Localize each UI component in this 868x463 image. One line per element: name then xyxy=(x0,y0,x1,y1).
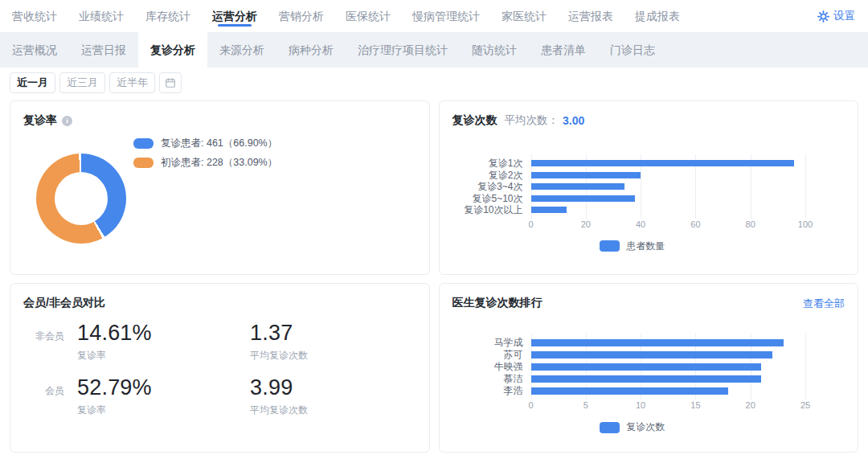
bar xyxy=(531,172,641,178)
stat-label: 复诊率 xyxy=(77,404,152,417)
card-doctor-rank: 医生复诊次数排行 查看全部 马学成苏可牛映强慕洁李浩0510152025复诊次数 xyxy=(439,283,859,453)
main-tab[interactable]: 营销分析 xyxy=(279,0,324,32)
range-button[interactable]: 近半年 xyxy=(109,72,155,93)
sub-tab[interactable]: 患者清单 xyxy=(529,32,598,68)
sub-tab[interactable]: 随访统计 xyxy=(460,32,529,68)
sub-tab[interactable]: 病种分析 xyxy=(276,32,346,68)
legend-label: 复诊患者: 461（66.90%） xyxy=(161,137,277,150)
legend-item[interactable]: 初诊患者: 228（33.09%） xyxy=(133,157,277,168)
stat-revisit-rate: 14.61% 复诊率 xyxy=(77,321,152,363)
x-axis-tick-label: 100 xyxy=(798,219,813,229)
bar-category-label: 李浩 xyxy=(452,385,523,397)
legend-swatch xyxy=(600,240,620,252)
bar-category-label: 复诊5~10次 xyxy=(452,193,523,205)
bar-category-label: 复诊10次以上 xyxy=(452,204,523,216)
stat-value: 14.61% xyxy=(77,321,152,346)
sub-tab[interactable]: 来源分析 xyxy=(207,32,276,68)
bar-category-label: 复诊3~4次 xyxy=(452,181,523,193)
bar xyxy=(531,375,762,383)
x-axis-tick-label: 15 xyxy=(690,400,700,410)
chart-legend[interactable]: 复诊次数 xyxy=(452,420,813,434)
card-header: 会员/非会员对比 xyxy=(10,284,429,310)
main-tab[interactable]: 家医统计 xyxy=(502,0,547,32)
main-tab[interactable]: 运营分析 xyxy=(212,0,257,32)
main-tab[interactable]: 医保统计 xyxy=(346,0,391,32)
revisit-rate-donut-chart xyxy=(36,154,126,244)
main-tab[interactable]: 库存统计 xyxy=(145,0,190,32)
bar-category-label: 牛映强 xyxy=(452,361,523,373)
legend-label: 复诊次数 xyxy=(626,420,665,434)
bar xyxy=(531,339,784,346)
donut-ring xyxy=(36,154,126,244)
sub-tab[interactable]: 运营概况 xyxy=(0,32,69,68)
range-button[interactable]: 近三月 xyxy=(59,72,105,93)
x-axis-tick-label: 20 xyxy=(581,219,591,229)
x-axis-tick-label: 40 xyxy=(636,219,645,229)
legend-label: 初诊患者: 228（33.09%） xyxy=(161,156,277,170)
sub-tab[interactable]: 门诊日志 xyxy=(598,32,667,68)
settings-label: 设置 xyxy=(833,9,855,23)
stat-value: 1.37 xyxy=(250,321,308,346)
top-navigation: 营收统计业绩统计库存统计运营分析营销分析医保统计慢病管理统计家医统计运营报表提成… xyxy=(0,0,868,32)
sub-tab[interactable]: 复诊分析 xyxy=(138,32,207,68)
bar-category-label: 苏可 xyxy=(452,349,523,361)
x-axis-tick-label: 5 xyxy=(583,400,588,410)
card-title: 医生复诊次数排行 xyxy=(452,296,542,310)
main-tab-list: 营收统计业绩统计库存统计运营分析营销分析医保统计慢病管理统计家医统计运营报表提成… xyxy=(12,0,680,32)
main-tab[interactable]: 营收统计 xyxy=(12,0,57,32)
chart-legend[interactable]: 患者数量 xyxy=(452,240,813,253)
stat-value: 3.99 xyxy=(250,375,308,400)
revisit-count-bar-chart: 复诊1次复诊2次复诊3~4次复诊5~10次复诊10次以上020406080100… xyxy=(452,158,845,253)
card-title: 会员/非会员对比 xyxy=(23,296,105,310)
date-range-filter: 近一月近三月近半年 xyxy=(0,68,868,95)
average-count-label: 平均次数： xyxy=(505,113,559,128)
stat-average-visits: 1.37 平均复诊次数 xyxy=(250,321,308,363)
bar xyxy=(531,160,795,166)
stat-value: 52.79% xyxy=(77,375,152,400)
legend-label: 患者数量 xyxy=(626,240,665,253)
bar xyxy=(531,207,567,213)
gear-icon xyxy=(817,10,829,23)
dashboard-grid: 复诊率 i 复诊患者: 461（66.90%） 初诊患者: 228（33.09%… xyxy=(0,95,868,453)
legend-swatch xyxy=(600,422,620,433)
main-tab[interactable]: 运营报表 xyxy=(568,0,613,32)
bar-category-label: 慕洁 xyxy=(452,373,523,385)
settings-button[interactable]: 设置 xyxy=(817,9,855,23)
x-axis-tick-label: 25 xyxy=(800,400,810,410)
stat-label: 复诊率 xyxy=(77,349,152,363)
info-icon[interactable]: i xyxy=(62,116,72,126)
sub-tab[interactable]: 治疗理疗项目统计 xyxy=(346,32,460,68)
bar xyxy=(531,195,636,202)
card-header: 复诊次数 平均次数： 3.00 xyxy=(440,101,858,128)
sub-tab[interactable]: 运营日报 xyxy=(69,32,138,68)
calendar-button[interactable] xyxy=(159,72,182,93)
view-all-link[interactable]: 查看全部 xyxy=(803,297,845,311)
bar-category-label: 马学成 xyxy=(452,337,523,349)
card-revisit-count: 复诊次数 平均次数： 3.00 复诊1次复诊2次复诊3~4次复诊5~10次复诊1… xyxy=(439,100,859,275)
stat-average-visits: 3.99 平均复诊次数 xyxy=(250,375,308,417)
card-header: 复诊率 i xyxy=(10,101,429,128)
card-revisit-rate: 复诊率 i 复诊患者: 461（66.90%） 初诊患者: 228（33.09%… xyxy=(10,100,430,275)
main-tab[interactable]: 提成报表 xyxy=(635,0,680,32)
x-axis-tick-label: 80 xyxy=(746,219,755,229)
card-title: 复诊率 xyxy=(23,113,57,128)
stat-label: 平均复诊次数 xyxy=(250,404,308,417)
legend-swatch xyxy=(133,158,154,168)
non-member-stats-row: 非会员 14.61% 复诊率 1.37 平均复诊次数 xyxy=(10,321,429,372)
bar xyxy=(531,387,729,395)
donut-legend: 复诊患者: 461（66.90%） 初诊患者: 228（33.09%） xyxy=(133,137,277,176)
range-button[interactable]: 近一月 xyxy=(10,72,55,93)
gridline xyxy=(805,154,806,219)
bar xyxy=(531,183,624,190)
x-axis-tick-label: 0 xyxy=(528,400,533,410)
gridline xyxy=(805,334,806,399)
calendar-icon xyxy=(165,77,176,88)
card-title: 复诊次数 xyxy=(452,113,497,128)
legend-item[interactable]: 复诊患者: 461（66.90%） xyxy=(133,137,277,149)
main-tab[interactable]: 慢病管理统计 xyxy=(412,0,480,32)
card-header: 医生复诊次数排行 xyxy=(440,284,858,310)
bar-category-label: 复诊2次 xyxy=(452,170,523,182)
bar xyxy=(531,351,773,359)
x-axis-tick-label: 60 xyxy=(690,219,700,229)
main-tab[interactable]: 业绩统计 xyxy=(79,0,124,32)
